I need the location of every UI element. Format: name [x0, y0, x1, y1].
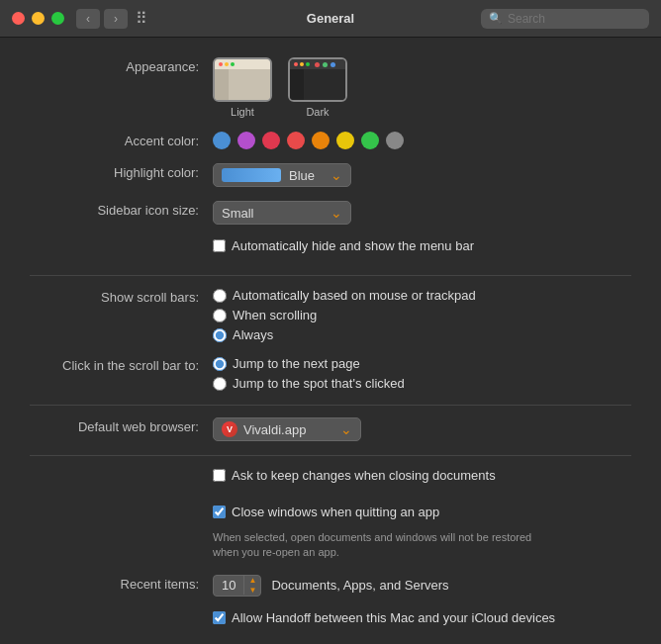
- accent-color-row: Accent color:: [30, 132, 631, 149]
- minimize-button[interactable]: [32, 12, 45, 25]
- forward-button[interactable]: ›: [104, 9, 128, 29]
- thumb-close-d: [294, 62, 298, 66]
- thumb-min-d: [300, 62, 304, 66]
- ask-changes-checkbox-row: Ask to keep changes when closing documen…: [213, 468, 496, 483]
- recent-items-row: Recent items: 10 ▲ ▼ Documents, Apps, an…: [30, 575, 631, 597]
- click-scroll-radio-group: Jump to the next page Jump to the spot t…: [213, 356, 405, 391]
- dark-thumb-dots: [312, 60, 338, 69]
- highlight-dropdown-arrow: ⌄: [330, 167, 342, 183]
- scroll-bars-control: Automatically based on mouse or trackpad…: [213, 288, 631, 342]
- dark-thumb: [288, 57, 347, 102]
- close-button[interactable]: [12, 12, 25, 25]
- appearance-row: Appearance: Light: [30, 57, 631, 118]
- appearance-light[interactable]: Light: [213, 57, 272, 118]
- td1: [315, 62, 320, 67]
- appearance-dark[interactable]: Dark: [288, 57, 347, 118]
- search-icon: 🔍: [489, 12, 503, 25]
- dark-titlebar: [290, 59, 345, 69]
- jump-page-radio[interactable]: [213, 357, 227, 371]
- accent-color-label: Accent color:: [30, 132, 213, 148]
- browser-dropdown[interactable]: V Vivaldi.app ⌄: [213, 417, 361, 441]
- close-windows-spacer: [30, 505, 213, 506]
- ask-changes-control: Ask to keep changes when closing documen…: [213, 468, 631, 491]
- scroll-when-label: When scrolling: [233, 308, 317, 322]
- scroll-when-radio[interactable]: [213, 309, 227, 322]
- ask-changes-spacer: [30, 468, 213, 470]
- sidebar-icon-size-value: Small: [222, 206, 254, 221]
- accent-orange[interactable]: [312, 132, 330, 149]
- accent-gray[interactable]: [386, 132, 404, 149]
- browser-value: Vivaldi.app: [243, 422, 306, 437]
- appearance-control: Light: [213, 57, 631, 118]
- scroll-bars-row: Show scroll bars: Automatically based on…: [30, 288, 631, 342]
- jump-page-label: Jump to the next page: [233, 356, 360, 371]
- click-scroll-row: Click in the scroll bar to: Jump to the …: [30, 356, 631, 391]
- menu-bar-checkbox-row: Automatically hide and show the menu bar: [213, 238, 474, 253]
- menu-bar-checkbox[interactable]: [213, 239, 226, 252]
- scroll-auto-radio[interactable]: [213, 289, 227, 303]
- sidebar-icon-size-label: Sidebar icon size:: [30, 201, 213, 218]
- scroll-auto-label: Automatically based on mouse or trackpad: [233, 288, 476, 303]
- traffic-lights: [12, 12, 64, 25]
- thumb-min: [225, 62, 229, 66]
- scroll-auto-row: Automatically based on mouse or trackpad: [213, 288, 476, 303]
- ask-changes-checkbox[interactable]: [213, 469, 226, 482]
- dark-label: Dark: [306, 106, 329, 118]
- accent-color-control: [213, 132, 631, 149]
- jump-spot-label: Jump to the spot that's clicked: [233, 376, 405, 391]
- highlight-color-value: Blue: [289, 168, 315, 183]
- thumb-max-d: [306, 62, 310, 66]
- handoff-checkbox[interactable]: [213, 611, 226, 624]
- appearance-options: Light: [213, 57, 347, 118]
- sidebar-icon-size-dropdown[interactable]: Small ⌄: [213, 201, 351, 225]
- accent-blue[interactable]: [213, 132, 231, 149]
- appearance-label: Appearance:: [30, 57, 213, 74]
- close-windows-control: Close windows when quitting an app When …: [213, 505, 631, 561]
- jump-spot-radio[interactable]: [213, 377, 227, 391]
- light-thumb: [213, 57, 272, 102]
- handoff-row: Allow Handoff between this Mac and your …: [30, 610, 631, 633]
- accent-yellow[interactable]: [336, 132, 354, 149]
- close-windows-checkbox[interactable]: [213, 506, 226, 518]
- recent-items-stepper: 10 ▲ ▼: [213, 575, 261, 597]
- highlight-color-label: Highlight color:: [30, 163, 213, 180]
- td3: [330, 62, 335, 67]
- jump-spot-row: Jump to the spot that's clicked: [213, 376, 405, 391]
- scroll-always-radio[interactable]: [213, 328, 227, 342]
- grid-button[interactable]: ⠿: [136, 9, 147, 28]
- back-button[interactable]: ‹: [76, 9, 100, 29]
- separator-2: [30, 405, 631, 406]
- search-box: 🔍: [481, 9, 649, 29]
- jump-page-row: Jump to the next page: [213, 356, 405, 371]
- scroll-bars-label: Show scroll bars:: [30, 288, 213, 305]
- close-windows-desc: When selected, open documents and window…: [213, 530, 549, 561]
- accent-green[interactable]: [361, 132, 379, 149]
- dark-sidebar: [290, 69, 304, 102]
- close-windows-row: Close windows when quitting an app When …: [30, 505, 631, 561]
- close-windows-label: Close windows when quitting an app: [232, 505, 439, 519]
- highlight-color-dropdown[interactable]: Blue ⌄: [213, 163, 351, 187]
- accent-purple[interactable]: [237, 132, 255, 149]
- stepper-down[interactable]: ▼: [244, 586, 260, 596]
- scroll-always-row: Always: [213, 327, 476, 342]
- highlight-color-row: Highlight color: Blue ⌄: [30, 163, 631, 187]
- stepper-up[interactable]: ▲: [244, 576, 260, 586]
- ask-changes-row: Ask to keep changes when closing documen…: [30, 468, 631, 491]
- handoff-checkbox-row: Allow Handoff between this Mac and your …: [213, 610, 555, 625]
- close-windows-group: Close windows when quitting an app When …: [213, 505, 549, 561]
- accent-red[interactable]: [287, 132, 305, 149]
- maximize-button[interactable]: [51, 12, 64, 25]
- browser-control: V Vivaldi.app ⌄: [213, 417, 631, 441]
- click-scroll-control: Jump to the next page Jump to the spot t…: [213, 356, 631, 391]
- click-scroll-label: Click in the scroll bar to:: [30, 356, 213, 373]
- window-title: General: [307, 11, 354, 26]
- browser-dropdown-inner: V Vivaldi.app: [222, 421, 306, 437]
- sidebar-icon-size-control: Small ⌄: [213, 201, 631, 225]
- light-sidebar: [215, 69, 229, 102]
- browser-label: Default web browser:: [30, 417, 213, 434]
- thumb-max: [231, 62, 235, 66]
- search-input[interactable]: [508, 12, 641, 26]
- menu-bar-row: Automatically hide and show the menu bar: [30, 238, 631, 261]
- close-windows-checkbox-row: Close windows when quitting an app: [213, 505, 549, 519]
- accent-pink[interactable]: [262, 132, 280, 149]
